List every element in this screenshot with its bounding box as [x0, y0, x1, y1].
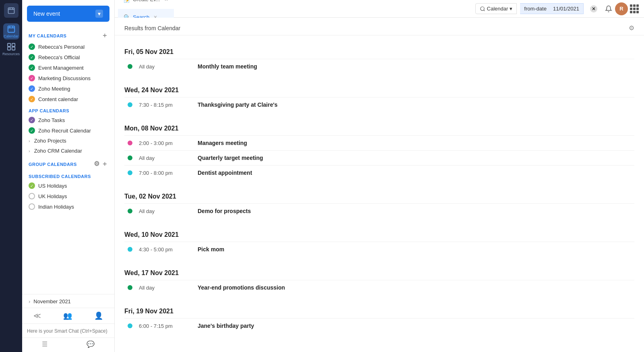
event-dot: [128, 102, 132, 107]
svg-rect-4: [8, 26, 14, 33]
event-time: 7:30 - 8:15 pm: [139, 102, 191, 108]
my-calendars-label: MY CALENDARS: [29, 33, 66, 38]
nav-resources-label: Resources: [2, 52, 20, 56]
notifications-button[interactable]: [602, 2, 615, 15]
filter-value: 11/01/2021: [553, 6, 579, 12]
event-time: 4:30 - 5:00 pm: [139, 246, 191, 253]
check-icon: ✓: [30, 45, 33, 49]
event-title: Thanksgiving party at Claire's: [198, 101, 278, 108]
results-settings-icon[interactable]: ⚙: [629, 24, 634, 32]
date-group: Tue, 02 Nov 2021 All day Demo for prospe…: [124, 188, 634, 218]
calendar-dot: ✓: [29, 54, 35, 60]
app-calendar-item[interactable]: › Zoho CRM Calendar: [22, 146, 114, 156]
sidebar: New event ▾ MY CALENDARS ＋ ✓ Rebecca's P…: [22, 0, 115, 352]
search-filter-clear-button[interactable]: ✕: [590, 5, 597, 12]
event-time: 7:00 - 8:00 pm: [139, 170, 191, 176]
app-grid-button[interactable]: [628, 2, 641, 15]
group-calendars-section: GROUP CALENDARS ⚙ ＋: [22, 156, 114, 170]
footer-icon-1[interactable]: ☰: [42, 340, 47, 348]
calendar-dot: ✓: [29, 182, 35, 189]
user-avatar[interactable]: R: [615, 2, 628, 15]
my-calendars-list: ✓ Rebecca's Personal ✓ Rebecca's Officia…: [22, 41, 114, 104]
my-calendar-item[interactable]: ✓ Content calendar: [22, 94, 114, 104]
event-title: Year-end promotions discussion: [198, 284, 285, 291]
app-calendar-item[interactable]: › Zoho Projects: [22, 136, 114, 146]
svg-line-13: [483, 10, 485, 11]
calendar-dot: ✓: [29, 127, 35, 134]
my-calendar-item[interactable]: ✓ Rebecca's Personal: [22, 41, 114, 52]
my-calendar-item[interactable]: ✓ Event Management: [22, 62, 114, 73]
event-title: Managers meeting: [198, 140, 247, 146]
month-navigator[interactable]: › November 2021: [29, 298, 108, 304]
event-row[interactable]: All day Monthly team meeting: [124, 59, 634, 74]
date-group: Mon, 08 Nov 2021 2:00 - 3:00 pm Managers…: [124, 120, 634, 180]
event-title: Pick mom: [198, 246, 224, 253]
my-calendar-item[interactable]: ✓ Marketing Discussions: [22, 73, 114, 83]
calendar-name: Zoho CRM Calendar: [34, 148, 82, 154]
event-row[interactable]: 6:00 - 7:15 pm Jane's birthday party: [124, 318, 634, 333]
event-row[interactable]: 2:00 - 3:00 pm Managers meeting: [124, 135, 634, 150]
app-calendar-item[interactable]: ✓ Zoho Tasks: [22, 115, 114, 125]
svg-rect-8: [7, 43, 10, 46]
nav-calendar[interactable]: Calendar: [3, 23, 19, 39]
calendar-dot: ✓: [29, 64, 35, 71]
add-calendar-icon[interactable]: ＋: [101, 31, 108, 40]
calendar-dot: ✓: [29, 43, 35, 50]
smart-chat-input[interactable]: [27, 328, 109, 334]
group-calendars-label: GROUP CALENDARS: [29, 162, 77, 167]
subscribed-calendar-item[interactable]: UK Holidays: [22, 191, 114, 201]
event-dot: [128, 64, 132, 69]
tab-create-event[interactable]: 📝Create Ev...✕: [118, 0, 174, 9]
my-calendar-item[interactable]: ✓ Rebecca's Official: [22, 52, 114, 62]
event-row[interactable]: All day Demo for prospects: [124, 203, 634, 218]
search-bar: Calendar ▾ from-date 11/01/2021 ✕: [475, 3, 602, 14]
results-list: Fri, 05 Nov 2021 All day Monthly team me…: [115, 43, 644, 333]
calendar-dot: [29, 203, 35, 210]
app-calendars-list: ✓ Zoho Tasks ✓ Zoho Recruit Calendar › Z…: [22, 115, 114, 156]
tab-close-create-event[interactable]: ✕: [164, 0, 168, 2]
event-time: All day: [139, 64, 191, 70]
event-title: Monthly team meeting: [198, 63, 257, 70]
calendar-dot: ✓: [29, 75, 35, 81]
event-time: All day: [139, 285, 191, 291]
calendar-name: Zoho Projects: [34, 138, 66, 144]
svg-point-12: [480, 6, 484, 10]
my-calendar-item[interactable]: ✓ Zoho Meeting: [22, 83, 114, 94]
search-scope-button[interactable]: Calendar ▾: [475, 3, 517, 14]
calendar-name: Rebecca's Official: [38, 54, 80, 60]
event-row[interactable]: 4:30 - 5:00 pm Pick mom: [124, 242, 634, 257]
event-title: Quarterly target meeting: [198, 155, 263, 161]
bell-icon: [605, 5, 612, 12]
add-contact-icon[interactable]: 👤: [94, 311, 103, 320]
app-calendar-item[interactable]: ✓ Zoho Recruit Calendar: [22, 125, 114, 136]
calendar-name: Content calendar: [38, 96, 78, 102]
nav-calendar-label: Calendar: [4, 34, 19, 38]
event-row[interactable]: 7:30 - 8:15 pm Thanksgiving party at Cla…: [124, 97, 634, 112]
group-settings-icon[interactable]: ⚙: [94, 160, 100, 168]
event-time: 6:00 - 7:15 pm: [139, 323, 191, 329]
event-row[interactable]: 7:00 - 8:00 pm Dentist appointment: [124, 165, 634, 180]
event-row[interactable]: All day Year-end promotions discussion: [124, 280, 634, 295]
contacts-icon[interactable]: 👥: [63, 311, 72, 320]
month-prev-icon[interactable]: ›: [29, 298, 30, 304]
calendar-name: UK Holidays: [38, 193, 67, 199]
search-results: Results from Calendar ⚙ Fri, 05 Nov 2021…: [115, 18, 644, 352]
subscribed-calendar-item[interactable]: Indian Holidays: [22, 201, 114, 212]
nav-resources[interactable]: Resources: [3, 41, 19, 57]
tab-icon-create-event: 📝: [124, 0, 130, 3]
month-label: November 2021: [33, 298, 71, 304]
results-header: Results from Calendar ⚙: [115, 18, 644, 35]
date-group: Wed, 10 Nov 2021 4:30 - 5:00 pm Pick mom: [124, 226, 634, 257]
subscribed-calendar-item[interactable]: ✓US Holidays: [22, 180, 114, 191]
collapse-icon[interactable]: ≪: [33, 311, 41, 320]
filter-key: from-date: [524, 6, 547, 12]
tab-label-create-event: Create Ev...: [133, 0, 160, 2]
new-event-label: New event: [33, 10, 60, 17]
event-row[interactable]: All day Quarterly target meeting: [124, 150, 634, 165]
new-event-button[interactable]: New event ▾: [27, 6, 109, 22]
date-group: Wed, 17 Nov 2021 All day Year-end promot…: [124, 265, 634, 295]
new-event-dropdown-arrow[interactable]: ▾: [95, 10, 103, 18]
footer-icon-2[interactable]: 💬: [87, 340, 95, 348]
group-add-icon[interactable]: ＋: [101, 160, 108, 168]
event-time: All day: [139, 155, 191, 161]
